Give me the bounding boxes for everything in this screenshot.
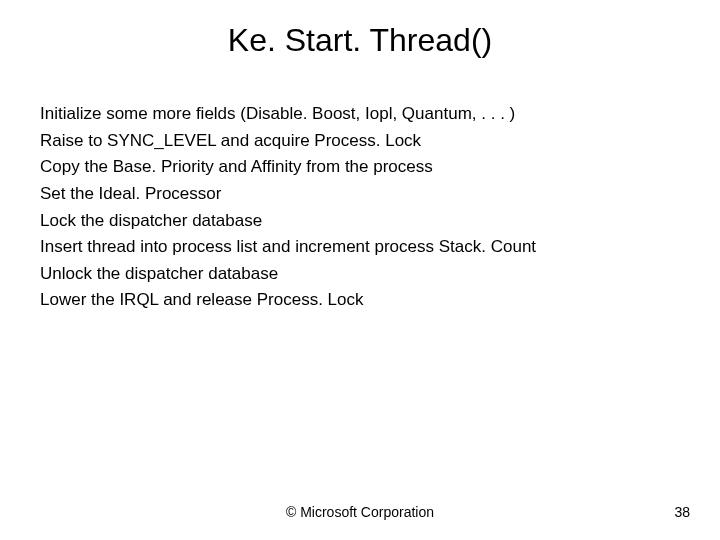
body-line: Lock the dispatcher database	[40, 209, 680, 234]
page-number: 38	[674, 504, 690, 520]
body-line: Insert thread into process list and incr…	[40, 235, 680, 260]
body-line: Unlock the dispatcher database	[40, 262, 680, 287]
body-line: Set the Ideal. Processor	[40, 182, 680, 207]
body-line: Raise to SYNC_LEVEL and acquire Process.…	[40, 129, 680, 154]
body-line: Initialize some more fields (Disable. Bo…	[40, 102, 680, 127]
slide: Ke. Start. Thread() Initialize some more…	[0, 0, 720, 540]
slide-title: Ke. Start. Thread()	[0, 22, 720, 59]
body-line: Lower the IRQL and release Process. Lock	[40, 288, 680, 313]
slide-body: Initialize some more fields (Disable. Bo…	[40, 102, 680, 315]
body-line: Copy the Base. Priority and Affinity fro…	[40, 155, 680, 180]
copyright-text: © Microsoft Corporation	[0, 504, 720, 520]
